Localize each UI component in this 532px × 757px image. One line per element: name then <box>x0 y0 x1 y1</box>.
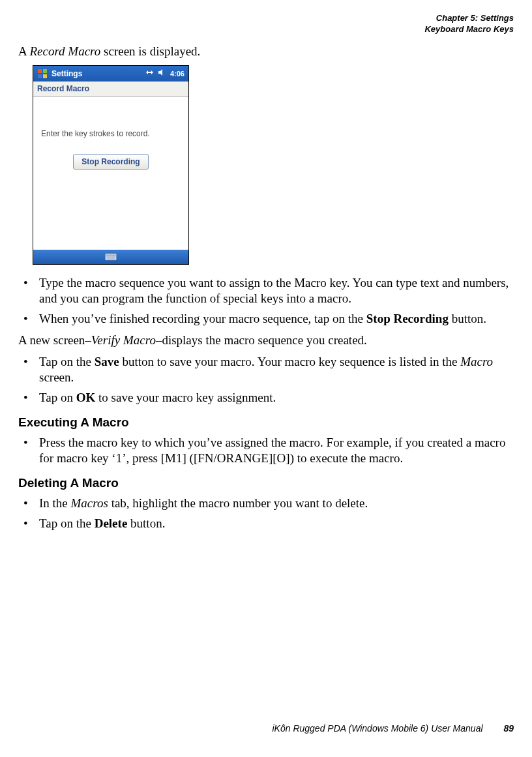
list-item: Type the macro sequence you want to assi… <box>18 275 514 307</box>
svg-rect-0 <box>38 69 42 73</box>
connectivity-icon <box>144 68 153 79</box>
svg-rect-3 <box>43 74 47 78</box>
svg-rect-10 <box>108 258 114 259</box>
wm-subtitle: Record Macro <box>33 82 188 96</box>
section-heading-deleting: Deleting A Macro <box>18 476 514 490</box>
list-item: Tap on OK to save your macro key assignm… <box>18 390 514 406</box>
paragraph: A new screen–Verify Macro–displays the m… <box>18 333 514 349</box>
wm-bottombar <box>33 250 188 264</box>
chapter-line: Chapter 5: Settings <box>18 13 514 24</box>
volume-icon <box>157 68 166 79</box>
svg-rect-6 <box>108 255 110 256</box>
wm-title: Settings <box>52 69 144 78</box>
svg-rect-5 <box>106 255 108 256</box>
wm-body: Enter the key strokes to record. Stop Re… <box>33 96 188 250</box>
list-item: Tap on the Delete button. <box>18 516 514 532</box>
bullet-list-1: Type the macro sequence you want to assi… <box>18 275 514 327</box>
embedded-screenshot: Settings 4:06 Record Macro Enter the key… <box>33 65 189 265</box>
list-item: Press the macro key to which you’ve assi… <box>18 435 514 467</box>
bullet-list-4: In the Macros tab, highlight the macro n… <box>18 496 514 531</box>
svg-rect-2 <box>38 74 42 78</box>
start-icon <box>37 68 48 79</box>
bullet-list-2: Tap on the Save button to save your macr… <box>18 354 514 406</box>
list-item: When you’ve finished recording your macr… <box>18 311 514 327</box>
page-header: Chapter 5: Settings Keyboard Macro Keys <box>18 13 514 35</box>
section-line: Keyboard Macro Keys <box>18 24 514 35</box>
svg-rect-4 <box>106 254 117 260</box>
page-footer: iKôn Rugged PDA (Windows Mobile 6) User … <box>0 723 532 734</box>
svg-rect-9 <box>114 255 115 256</box>
stop-recording-button[interactable]: Stop Recording <box>73 154 148 170</box>
page-number: 89 <box>503 723 514 734</box>
wm-instruction-text: Enter the key strokes to record. <box>41 129 181 138</box>
list-item: In the Macros tab, highlight the macro n… <box>18 496 514 512</box>
svg-rect-8 <box>112 255 113 256</box>
footer-title: iKôn Rugged PDA (Windows Mobile 6) User … <box>272 723 482 734</box>
svg-rect-1 <box>43 69 47 73</box>
list-item: Tap on the Save button to save your macr… <box>18 354 514 386</box>
intro-paragraph: A Record Macro screen is displayed. <box>18 44 514 59</box>
bullet-list-3: Press the macro key to which you’ve assi… <box>18 435 514 467</box>
keyboard-icon <box>105 252 117 261</box>
svg-rect-7 <box>110 255 111 256</box>
section-heading-executing: Executing A Macro <box>18 415 514 430</box>
wm-topbar: Settings 4:06 <box>33 66 188 82</box>
clock-text: 4:06 <box>170 70 185 78</box>
